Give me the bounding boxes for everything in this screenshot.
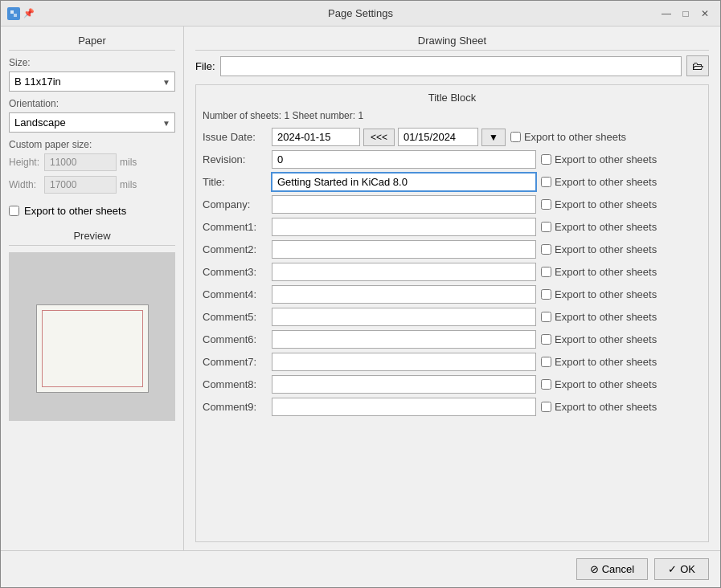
comment7-export-row: Export to other sheets: [541, 356, 702, 368]
comment1-label: Comment1:: [203, 221, 267, 233]
company-label: Company:: [203, 198, 267, 210]
left-export-row: Export to other sheets: [9, 205, 175, 217]
preview-title: Preview: [9, 230, 175, 246]
left-export-checkbox[interactable]: [9, 206, 19, 216]
comment6-export-label: Export to other sheets: [555, 333, 657, 345]
width-row: Width: mils: [9, 176, 175, 194]
revision-input[interactable]: [272, 150, 536, 169]
comment6-export-checkbox[interactable]: [541, 334, 551, 345]
company-export-checkbox[interactable]: [541, 199, 551, 210]
maximize-button[interactable]: □: [677, 5, 694, 22]
date-row: <<< ▼: [272, 128, 506, 146]
comment3-export-row: Export to other sheets: [541, 266, 702, 278]
company-export-label: Export to other sheets: [555, 198, 657, 210]
comment9-export-checkbox[interactable]: [541, 402, 551, 412]
size-label: Size:: [9, 57, 175, 68]
ok-label: OK: [680, 563, 695, 575]
orientation-group: Orientation: Landscape Portrait ▼: [9, 98, 175, 133]
comment7-export-checkbox[interactable]: [541, 357, 551, 367]
issue-date-export-checkbox[interactable]: [510, 132, 521, 142]
preview-section: Preview: [9, 230, 175, 542]
comment3-input[interactable]: [272, 263, 536, 281]
comment3-label: Comment3:: [203, 266, 267, 278]
title-label: Title:: [203, 176, 267, 188]
comment7-label: Comment7:: [203, 356, 267, 368]
paper-panel-title: Paper: [9, 35, 175, 51]
cancel-icon: ⊘: [590, 563, 599, 575]
title-export-label: Export to other sheets: [555, 176, 657, 188]
window-controls: — □ ✕: [658, 5, 714, 22]
comment8-export-label: Export to other sheets: [555, 378, 657, 390]
revision-label: Revision:: [203, 153, 267, 165]
size-select[interactable]: B 11x17in A4 A3 Letter Legal: [9, 71, 175, 92]
minimize-button[interactable]: —: [658, 5, 675, 22]
preview-paper: [36, 304, 149, 393]
size-select-wrapper: B 11x17in A4 A3 Letter Legal ▼: [9, 71, 175, 92]
date-dropdown-button[interactable]: ▼: [481, 129, 506, 146]
height-input[interactable]: [44, 153, 117, 171]
comment3-row: Comment3: Export to other sheets: [203, 263, 702, 281]
issue-date-label: Issue Date:: [203, 131, 267, 143]
comment5-input[interactable]: [272, 308, 536, 326]
footer: ⊘ Cancel ✓ OK: [1, 550, 720, 587]
comment1-row: Comment1: Export to other sheets: [203, 218, 702, 236]
comment8-input[interactable]: [272, 375, 536, 394]
comment5-label: Comment5:: [203, 311, 267, 323]
sheets-info: Number of sheets: 1 Sheet number: 1: [203, 110, 702, 121]
comment8-row: Comment8: Export to other sheets: [203, 375, 702, 394]
company-input[interactable]: [272, 195, 536, 214]
comment8-export-checkbox[interactable]: [541, 379, 551, 390]
company-row: Company: Export to other sheets: [203, 195, 702, 214]
revision-export-label: Export to other sheets: [555, 153, 657, 165]
issue-date-export-row: Export to other sheets: [510, 131, 671, 143]
orientation-label: Orientation:: [9, 98, 175, 109]
ok-button[interactable]: ✓ OK: [654, 558, 709, 580]
comment6-export-row: Export to other sheets: [541, 333, 702, 345]
comment1-export-row: Export to other sheets: [541, 221, 702, 233]
left-export-label: Export to other sheets: [24, 205, 126, 217]
title-row: Title: Export to other sheets: [203, 173, 702, 191]
comment4-label: Comment4:: [203, 288, 267, 300]
title-input[interactable]: [272, 173, 536, 191]
comment4-input[interactable]: [272, 285, 536, 304]
orientation-select[interactable]: Landscape Portrait: [9, 112, 175, 133]
comment2-export-checkbox[interactable]: [541, 244, 551, 255]
title-export-checkbox[interactable]: [541, 177, 551, 187]
revision-row: Revision: Export to other sheets: [203, 150, 702, 169]
close-button[interactable]: ✕: [696, 5, 714, 22]
comment2-label: Comment2:: [203, 243, 267, 255]
preview-paper-inner: [42, 310, 143, 387]
comment4-export-checkbox[interactable]: [541, 289, 551, 300]
cancel-button[interactable]: ⊘ Cancel: [576, 558, 648, 580]
comment9-input[interactable]: [272, 398, 536, 416]
width-input[interactable]: [44, 176, 117, 194]
revision-export-checkbox[interactable]: [541, 154, 551, 165]
pin-icon: 📌: [23, 8, 35, 19]
comment3-export-label: Export to other sheets: [555, 266, 657, 278]
comment8-export-row: Export to other sheets: [541, 378, 702, 390]
comment2-input[interactable]: [272, 240, 536, 259]
comment3-export-checkbox[interactable]: [541, 267, 551, 277]
comment6-input[interactable]: [272, 330, 536, 349]
comment9-export-label: Export to other sheets: [555, 401, 657, 413]
comment1-export-label: Export to other sheets: [555, 221, 657, 233]
width-unit: mils: [120, 179, 137, 190]
comment8-label: Comment8:: [203, 378, 267, 390]
comment1-export-checkbox[interactable]: [541, 222, 551, 232]
issue-date-input[interactable]: [272, 128, 360, 146]
height-unit: mils: [120, 157, 137, 168]
date-display-input[interactable]: [398, 128, 478, 146]
comment7-input[interactable]: [272, 353, 536, 371]
comment5-export-label: Export to other sheets: [555, 311, 657, 323]
comment1-input[interactable]: [272, 218, 536, 236]
date-arrow-button[interactable]: <<<: [363, 129, 395, 146]
cancel-label: Cancel: [602, 563, 634, 575]
ok-icon: ✓: [668, 563, 677, 575]
title-block-header: Title Block: [203, 92, 702, 104]
file-browse-button[interactable]: 🗁: [686, 55, 709, 76]
comment5-export-checkbox[interactable]: [541, 312, 551, 322]
page-settings-window: 📌 Page Settings — □ ✕ Paper Size: B 11x1…: [0, 0, 721, 588]
content-area: Paper Size: B 11x17in A4 A3 Letter Legal…: [1, 27, 720, 550]
file-input[interactable]: [220, 56, 682, 76]
title-bar: 📌 Page Settings — □ ✕: [1, 1, 720, 27]
